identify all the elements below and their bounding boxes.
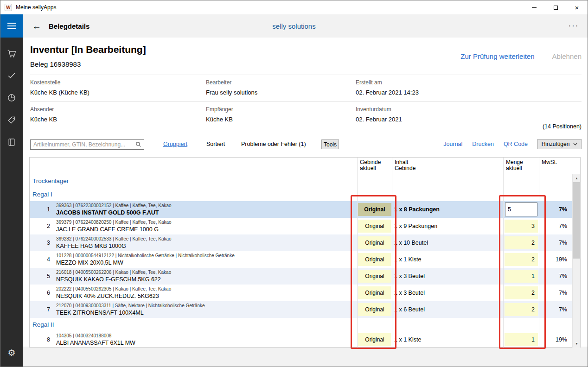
row-number: 3 [30, 234, 54, 251]
table-body: Trockenlager Regal I 1 369363 | 07622300… [30, 174, 580, 348]
table-row[interactable]: 5 216018 | 04005500262206 | Kakao | Kaff… [30, 268, 572, 285]
gebinde-cell[interactable]: Original [358, 286, 391, 299]
article-name: NESQUIK 40% ZUCK.REDUZ. 5KG623 [56, 293, 357, 299]
article-name: JACOBS INSTANT GOLD 500G F.AUT [56, 209, 357, 216]
close-button[interactable]: × [566, 0, 588, 14]
sidebar-item-articles[interactable] [0, 109, 23, 131]
print-link[interactable]: Drucken [472, 141, 494, 147]
sidebar-item-settings[interactable]: ⚙ [0, 342, 23, 364]
field-inventurdatum: Inventurdatum 02. Februar 2021 [356, 106, 495, 123]
gebinde-cell[interactable]: Original [358, 303, 391, 316]
app-window: W Meine sellyApps × ← Belegdetails selly… [0, 0, 588, 367]
mwst-cell: 7% [539, 201, 572, 218]
row-number: 7 [30, 301, 54, 318]
inhalt-cell: 1 x 8 Packungen [392, 201, 503, 218]
gebinde-cell[interactable]: Original [358, 253, 391, 266]
reject-button[interactable]: Ablehnen [552, 52, 582, 60]
field-empfaenger: Empfänger Küche KB [206, 106, 345, 123]
article-meta: 369379 | 07622400820250 | Kaffee | Kaffe… [56, 220, 357, 225]
mwst-cell: 7% [539, 285, 572, 301]
inhalt-cell: 1 x 10 Beutel [392, 234, 503, 251]
sidebar-item-orders[interactable] [0, 42, 23, 64]
title-bar: W Meine sellyApps × [0, 0, 588, 14]
scroll-down-button[interactable]: ▼ [573, 340, 580, 348]
gebinde-cell[interactable]: Original [358, 270, 391, 283]
vertical-scrollbar[interactable]: ▲ ▼ [572, 174, 580, 348]
menge-cell[interactable]: 2 [505, 236, 538, 249]
article-name: KAFFEE HAG MKB 1000G [56, 243, 357, 249]
group-row-regal-2[interactable]: Regal II [30, 318, 572, 331]
gebinde-cell[interactable]: Original [358, 220, 391, 233]
article-name: MEZZO MIX 20X0,5L MW [56, 259, 357, 266]
row-number: 4 [30, 251, 54, 268]
add-button[interactable]: Hinzufügen [537, 139, 582, 149]
gebinde-cell[interactable]: Original [358, 203, 391, 216]
pie-chart-icon [7, 93, 16, 102]
field-erstellt-am: Erstellt am 02. Februar 2021 14:23 [356, 79, 495, 96]
menge-input[interactable] [505, 202, 537, 216]
menge-cell[interactable]: 2 [505, 253, 538, 266]
group-row-regal-1[interactable]: Regal I [30, 188, 572, 201]
menge-cell[interactable]: 1 [505, 333, 538, 346]
minimize-button[interactable] [524, 0, 545, 14]
more-options-button[interactable]: ··· [564, 14, 583, 38]
search-input[interactable] [30, 139, 144, 150]
book-icon [7, 138, 16, 147]
qr-code-link[interactable]: QR Code [504, 141, 528, 147]
forward-for-review-button[interactable]: Zur Prüfung weiterleiten [460, 52, 534, 60]
group-row-trockenlager[interactable]: Trockenlager [30, 174, 572, 188]
document-title: Inventur [In Bearbeitung] [30, 44, 146, 55]
article-meta: 202222 | 04005500262305 | Kakao | Kaffee… [56, 286, 357, 291]
check-icon [7, 71, 16, 80]
article-name: TEEK ZITRONENSAFT 100X4ML [56, 310, 357, 316]
table-row[interactable]: 3 369282 | 07622400002533 | Kaffee | Kaf… [30, 234, 572, 251]
scrollbar-thumb[interactable] [573, 182, 580, 259]
gebinde-cell[interactable]: Original [358, 333, 391, 346]
main-content: Inventur [In Bearbeitung] Beleg 16938983… [23, 38, 588, 367]
journal-link[interactable]: Journal [443, 141, 462, 147]
mwst-cell: 19% [539, 251, 572, 268]
table-row[interactable]: 1 369363 | 07622300002152 | Kaffee | Kaf… [30, 201, 572, 218]
tag-icon [7, 115, 16, 125]
mwst-cell: 7% [539, 301, 572, 318]
document-actions: Zur Prüfung weiterleiten Ablehnen [460, 52, 582, 60]
article-name: NESQUIK KAKAO F-GESCHM.5KG 622 [56, 276, 357, 283]
table-row[interactable]: 6 202222 | 04005500262305 | Kakao | Kaff… [30, 285, 572, 301]
minimize-icon [532, 7, 537, 8]
field-kostenstelle: Kostenstelle Küche KB (Küche KB) [30, 79, 169, 96]
menge-cell[interactable]: 2 [505, 303, 538, 316]
cart-icon [7, 49, 17, 58]
sidebar-item-reports[interactable] [0, 87, 23, 109]
inhalt-cell: 1 x 9 Packungen [392, 218, 503, 234]
table-row[interactable]: 8 104305 | 04003240188008 ALBI ANANASSAF… [30, 331, 572, 348]
menge-cell[interactable]: 1 [505, 270, 538, 283]
app-icon: W [5, 4, 12, 11]
article-meta: 101228 | 000000544912122 | Nichtalkoholi… [56, 253, 357, 258]
divider [30, 75, 582, 75]
inhalt-cell: 1 x 3 Beutel [392, 268, 503, 285]
tools-button[interactable]: Tools [321, 139, 339, 149]
divider [30, 101, 582, 102]
row-number: 2 [30, 218, 54, 234]
gebinde-cell[interactable]: Original [358, 236, 391, 249]
row-number: 5 [30, 268, 54, 285]
document-number: Beleg 16938983 [30, 60, 81, 68]
sorted-toggle[interactable]: Sortiert [206, 141, 225, 147]
menge-cell[interactable]: 2 [505, 286, 538, 299]
article-name: ALBI ANANASSAFT 6X1L MW [56, 340, 357, 346]
problems-filter[interactable]: Probleme oder Fehler (1) [241, 141, 306, 147]
window-controls: × [524, 0, 588, 14]
sidebar-item-tasks[interactable] [0, 64, 23, 87]
menge-cell[interactable]: 3 [505, 220, 538, 233]
app-center-title: selly solutions [0, 14, 588, 38]
grouped-toggle[interactable]: Gruppiert [163, 141, 187, 147]
table-header: Gebinde aktuell Inhalt Gebinde Menge akt… [30, 158, 580, 174]
mwst-cell: 7% [539, 218, 572, 234]
sidebar-item-catalog[interactable] [0, 131, 23, 153]
table-row[interactable]: 2 369379 | 07622400820250 | Kaffee | Kaf… [30, 218, 572, 234]
table-row[interactable]: 7 212070 | 04009300003311 | Säfte, Nekta… [30, 301, 572, 318]
table-row[interactable]: 4 101228 | 000000544912122 | Nichtalkoho… [30, 251, 572, 268]
mwst-cell: 7% [539, 268, 572, 285]
maximize-button[interactable] [545, 0, 566, 14]
scroll-up-button[interactable]: ▲ [573, 174, 580, 182]
